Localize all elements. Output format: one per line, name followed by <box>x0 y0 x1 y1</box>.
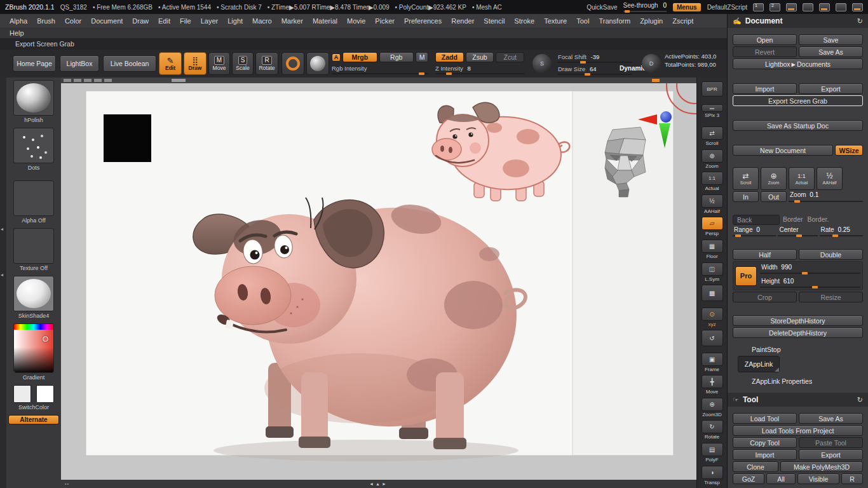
color-picker[interactable]: Gradient <box>13 323 54 381</box>
menu-item-tool[interactable]: Tool <box>576 17 589 25</box>
border-button[interactable]: Border <box>782 215 804 225</box>
saturation-square[interactable] <box>14 330 53 373</box>
doc-tab-tick[interactable] <box>104 79 112 82</box>
load-tool-button[interactable]: Load Tool <box>733 413 797 424</box>
secondary-color-swatch[interactable] <box>36 385 54 403</box>
material-picker[interactable]: SkinShade4 <box>13 276 54 319</box>
rotate-view-button[interactable]: ↻ Rotate <box>700 420 725 441</box>
lightbox-button[interactable]: LightBox <box>60 55 99 72</box>
alpha-thumbnail[interactable] <box>13 180 54 216</box>
rgb-button[interactable]: Rgb <box>379 52 414 62</box>
zadd-button[interactable]: Zadd <box>435 52 464 62</box>
frame-button[interactable]: ▣ Frame <box>700 353 725 374</box>
new-document-button[interactable]: New Document <box>733 145 833 156</box>
polyframe-button[interactable]: ▤ PolyF <box>700 443 725 464</box>
rate-slider[interactable]: Rate 0.25 <box>820 226 863 236</box>
a-badge[interactable]: A <box>332 53 341 62</box>
tool-reset-icon[interactable]: ↻ <box>857 396 863 404</box>
height-slider[interactable]: Height 610 <box>760 278 860 288</box>
doc-export-button[interactable]: Export <box>799 83 863 94</box>
menu-item-material[interactable]: Material <box>313 17 337 25</box>
scale-mode-button[interactable]: S Scale <box>232 52 254 75</box>
stroke-picker[interactable]: Dots <box>13 128 54 171</box>
live-boolean-button[interactable]: Live Boolean <box>103 55 156 72</box>
menu-item-file[interactable]: File <box>180 17 191 25</box>
menu-item-document[interactable]: Document <box>91 17 123 25</box>
gradient-picker[interactable] <box>13 323 54 373</box>
local-button[interactable]: ▩ <box>700 285 725 306</box>
see-through-slider[interactable]: See-through 0 <box>623 2 667 12</box>
stroke-thumbnail[interactable] <box>13 128 54 163</box>
doc-aahalf-button[interactable]: ½ AAHalf <box>817 167 843 190</box>
goz-button[interactable]: GoZ <box>733 473 764 484</box>
quicksave-button[interactable]: QuickSave <box>587 4 617 11</box>
rgb-intensity-slider[interactable]: Rgb Intensity <box>332 65 428 74</box>
width-thumb[interactable] <box>802 272 808 274</box>
menu-item-alpha[interactable]: Alpha <box>10 17 27 25</box>
layout-3-icon[interactable] <box>786 3 797 11</box>
zoom-factor-slider[interactable]: Zoom 0.1 <box>789 191 863 202</box>
focal-sphere-button[interactable]: S <box>531 52 553 75</box>
doc-actual-button[interactable]: 1:1 Actual <box>789 167 815 190</box>
doc-import-button[interactable]: Import <box>733 83 797 94</box>
export-screen-grab-button[interactable]: Export Screen Grab <box>733 95 863 106</box>
doc-tab-tick[interactable] <box>94 79 102 82</box>
spin-button[interactable]: ↺ <box>700 330 725 351</box>
bpr-button[interactable]: BPR <box>700 81 725 102</box>
alternate-button[interactable]: Alternate <box>8 415 59 424</box>
menu-item-macro[interactable]: Macro <box>252 17 272 25</box>
main-color-swatch[interactable] <box>13 385 31 403</box>
zcut-button[interactable]: Zcut <box>496 52 524 62</box>
menus-button[interactable]: Menus <box>672 3 702 12</box>
zoom-out-button[interactable]: Out <box>761 191 787 202</box>
z-axis-ball[interactable] <box>660 111 672 123</box>
alpha-picker[interactable]: Alpha Off <box>13 180 54 224</box>
floor-button[interactable]: ▦ Floor <box>700 240 725 261</box>
half-button[interactable]: Half <box>733 249 797 260</box>
collapse-left-icon[interactable]: ◂ <box>1 226 3 232</box>
menu-item-light[interactable]: Light <box>227 17 243 25</box>
persp-button[interactable]: ▱ Persp <box>700 217 725 238</box>
tool-panel-header[interactable]: ☞ Tool ↻ <box>728 393 868 407</box>
border-2-button[interactable]: Border. <box>806 215 831 225</box>
document-panel-header[interactable]: ✍ Document ↻ <box>728 14 868 28</box>
menu-item-layer[interactable]: Layer <box>201 17 219 25</box>
resize-button[interactable]: Resize <box>799 292 863 302</box>
menu-item-movie[interactable]: Movie <box>347 17 365 25</box>
copy-tool-button[interactable]: Copy Tool <box>733 437 797 448</box>
texture-picker[interactable]: Texture Off <box>13 228 54 271</box>
menu-item-picker[interactable]: Picker <box>375 17 395 25</box>
doc-zoom-button[interactable]: ⊕ Zoom <box>761 167 787 190</box>
doc-scroll-button[interactable]: ⇄ Scroll <box>733 167 759 190</box>
current-stroke-button[interactable] <box>306 52 329 75</box>
menu-item-stencil[interactable]: Stencil <box>484 17 505 25</box>
actual-button[interactable]: 1:1 Actual <box>700 172 725 193</box>
pro-button[interactable]: Pro <box>735 266 757 286</box>
width-slider[interactable]: Width 990 <box>760 264 860 274</box>
zapplink-button[interactable]: ZAppLink <box>738 356 780 372</box>
menu-item-help[interactable]: Help <box>10 29 24 37</box>
layout-4-icon[interactable] <box>803 3 813 11</box>
rgb-intensity-thumb[interactable] <box>419 72 424 75</box>
tool-export-button[interactable]: Export <box>799 449 863 460</box>
double-button[interactable]: Double <box>799 249 863 260</box>
menu-item-brush[interactable]: Brush <box>37 17 55 25</box>
tool-import-button[interactable]: Import <box>733 449 797 460</box>
z-intensity-thumb[interactable] <box>446 72 452 75</box>
menu-item-color[interactable]: Color <box>65 17 81 25</box>
layout-5-icon[interactable] <box>819 3 830 11</box>
store-depth-history-button[interactable]: StoreDepthHistory <box>733 315 863 326</box>
menu-item-zscript[interactable]: Zscript <box>672 17 693 25</box>
doc-open-button[interactable]: Open <box>733 34 797 45</box>
paste-tool-button[interactable]: Paste Tool <box>799 437 863 448</box>
tool-save-as-button[interactable]: Save As <box>799 413 863 424</box>
mrgb-button[interactable]: Mrgb <box>342 52 377 62</box>
hue-bar[interactable] <box>14 324 53 330</box>
rate-thumb[interactable] <box>832 234 838 237</box>
range-slider[interactable]: Range 0 <box>733 226 776 236</box>
doc-tab-tick[interactable] <box>84 79 92 82</box>
menu-item-marker[interactable]: Marker <box>281 17 303 25</box>
scroll-button[interactable]: ⇄ Scroll <box>700 126 725 147</box>
layout-6-icon[interactable] <box>836 3 846 11</box>
back-field[interactable]: Back <box>733 215 780 225</box>
